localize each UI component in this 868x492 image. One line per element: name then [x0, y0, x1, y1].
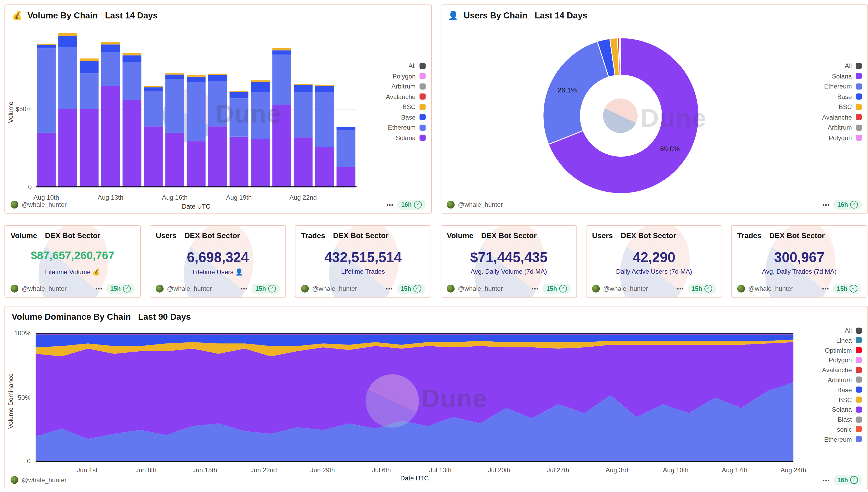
more-menu-icon[interactable]: ⋯ [822, 200, 830, 209]
legend-item-polygon[interactable]: Polygon [393, 73, 426, 79]
legend-color-chip [855, 436, 862, 442]
x-tick-label: Jun 8th [121, 467, 171, 473]
author-handle[interactable]: @whale_hunter [22, 201, 66, 208]
legend-label: Avalanche [822, 367, 852, 373]
check-icon: ✓ [559, 285, 567, 293]
legend-item-all[interactable]: All [408, 62, 426, 69]
legend-color-chip [855, 387, 862, 393]
more-menu-icon[interactable]: ⋯ [822, 476, 830, 484]
avatar[interactable] [10, 201, 19, 208]
x-tick-label: Jun 22nd [239, 467, 289, 473]
chart-legend: AllPolygonArbitrumAvalancheBSCBaseEthere… [386, 62, 426, 141]
author-handle[interactable]: @whale_hunter [458, 285, 503, 292]
refresh-age: 15h [547, 285, 557, 292]
author-handle[interactable]: @whale_hunter [748, 285, 793, 292]
avatar[interactable] [10, 476, 19, 484]
legend-item-polygon[interactable]: Polygon [829, 356, 862, 363]
more-menu-icon[interactable]: ⋯ [240, 285, 248, 293]
card-metric: Trades [737, 231, 762, 240]
author-handle[interactable]: @whale_hunter [458, 201, 503, 208]
avatar[interactable] [447, 285, 455, 293]
dune-watermark-text: Dune [215, 99, 282, 128]
legend-item-linea[interactable]: Linea [836, 337, 862, 343]
avatar[interactable] [10, 285, 19, 293]
more-menu-icon[interactable]: ⋯ [95, 285, 103, 293]
check-icon: ✓ [123, 285, 131, 293]
avatar[interactable] [301, 285, 309, 293]
refresh-badge[interactable]: 16h ✓ [834, 475, 862, 485]
legend-color-chip [419, 134, 426, 141]
refresh-badge[interactable]: 15h✓ [542, 284, 571, 294]
refresh-badge[interactable]: 15h✓ [106, 284, 135, 294]
refresh-badge[interactable]: 15h✓ [688, 284, 716, 294]
legend-item-base[interactable]: Base [837, 93, 862, 100]
more-menu-icon[interactable]: ⋯ [677, 285, 684, 293]
author-handle[interactable]: @whale_hunter [167, 285, 212, 292]
legend-label: Arbitrum [391, 83, 416, 90]
legend-item-base[interactable]: Base [837, 386, 862, 393]
chart-title: Users By Chain [464, 10, 528, 21]
author-handle[interactable]: @whale_hunter [312, 285, 357, 292]
x-tick-label: Jun 1st [62, 467, 112, 473]
legend-item-all[interactable]: All [845, 62, 862, 69]
refresh-badge[interactable]: 15h✓ [251, 284, 280, 294]
chart-subtitle: Last 90 Days [138, 312, 191, 322]
refresh-badge[interactable]: 16h ✓ [834, 200, 862, 210]
avatar[interactable] [737, 285, 745, 293]
legend-item-solana[interactable]: Solana [396, 134, 426, 141]
avatar[interactable] [592, 285, 600, 293]
legend-item-bsc[interactable]: BSC [839, 396, 862, 403]
legend-color-chip [855, 377, 862, 383]
counter-card-lifetime-volume: VolumeDEX Bot Sector $87,657,260,767 Lif… [4, 225, 141, 297]
refresh-badge[interactable]: 15h✓ [833, 284, 862, 294]
legend-item-ethereum[interactable]: Ethereum [388, 124, 426, 131]
refresh-badge[interactable]: 15h✓ [397, 284, 425, 294]
more-menu-icon[interactable]: ⋯ [822, 285, 830, 293]
more-menu-icon[interactable]: ⋯ [531, 285, 539, 293]
legend-item-avalanche[interactable]: Avalanche [822, 367, 862, 373]
legend-label: Arbitrum [828, 124, 852, 131]
check-icon: ✓ [849, 285, 858, 293]
legend-item-arbitrum[interactable]: Arbitrum [828, 124, 862, 131]
legend-item-solana[interactable]: Solana [832, 406, 862, 413]
avatar[interactable] [447, 201, 455, 208]
legend-item-bsc[interactable]: BSC [402, 103, 426, 110]
legend-item-blast[interactable]: Blast [838, 416, 862, 423]
legend-item-arbitrum[interactable]: Arbitrum [391, 83, 426, 90]
author-handle[interactable]: @whale_hunter [22, 477, 66, 483]
legend-item-polygon[interactable]: Polygon [829, 134, 862, 141]
card-value: 6,698,324 [150, 249, 285, 265]
legend-label: Blast [838, 416, 852, 423]
legend-color-chip [855, 397, 862, 403]
author-handle[interactable]: @whale_hunter [603, 285, 648, 292]
more-menu-icon[interactable]: ⋯ [386, 285, 393, 293]
x-tick-label: Jul 20th [474, 467, 524, 473]
legend-item-arbitrum[interactable]: Arbitrum [828, 376, 862, 383]
panel-volume-dominance: Volume Dominance By Chain Last 90 Days V… [4, 306, 868, 489]
more-menu-icon[interactable]: ⋯ [386, 200, 394, 209]
legend-label: Ethereum [824, 436, 852, 442]
donut-slice-polygon[interactable] [621, 38, 621, 75]
legend-item-optimism[interactable]: Optimism [825, 347, 862, 353]
legend-item-sonic[interactable]: sonic [837, 426, 862, 433]
legend-item-ethereum[interactable]: Ethereum [824, 436, 862, 442]
legend-item-all[interactable]: All [845, 327, 862, 334]
legend-label: Arbitrum [828, 376, 852, 383]
legend-item-solana[interactable]: Solana [832, 73, 862, 79]
refresh-age: 15h [401, 285, 411, 292]
legend-item-avalanche[interactable]: Avalanche [386, 93, 426, 100]
card-metric: Users [592, 231, 613, 240]
chart-legend: AllSolanaEthereumBaseBSCAvalancheArbitru… [822, 62, 862, 141]
refresh-badge[interactable]: 16h ✓ [397, 200, 426, 210]
volume-bar-chart[interactable] [35, 31, 357, 187]
legend-label: All [845, 327, 852, 334]
y-tick-50m: $50m [10, 106, 32, 112]
y-tick-100: 100% [9, 330, 30, 336]
author-handle[interactable]: @whale_hunter [22, 285, 66, 292]
legend-item-base[interactable]: Base [401, 114, 426, 120]
legend-item-avalanche[interactable]: Avalanche [822, 114, 862, 120]
avatar[interactable] [156, 285, 164, 293]
panel-footer: @whale_hunter ⋯ 15h✓ [156, 284, 280, 294]
legend-item-bsc[interactable]: BSC [839, 103, 862, 110]
legend-item-ethereum[interactable]: Ethereum [824, 83, 862, 90]
